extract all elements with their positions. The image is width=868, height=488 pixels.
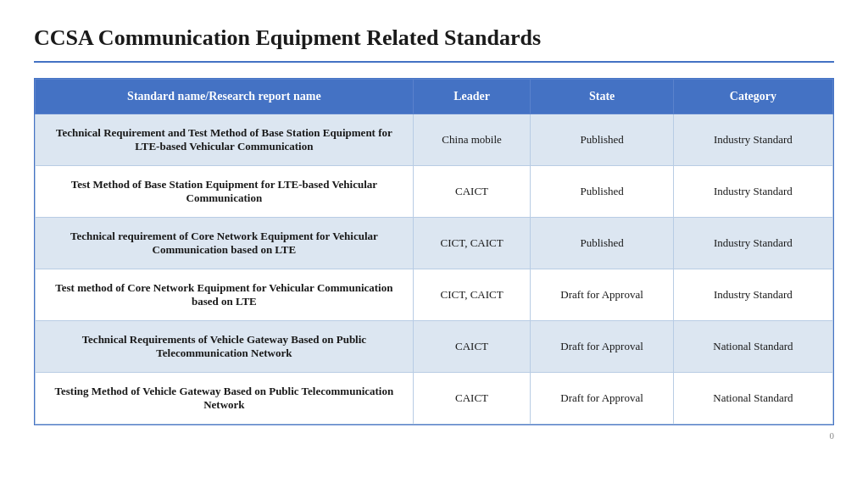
cell-leader: CICT, CAICT [413,269,531,321]
cell-leader: CAICT [413,321,531,373]
page-number: 0 [34,430,834,441]
cell-category: Industry Standard [673,114,832,166]
cell-category: Industry Standard [673,269,832,321]
cell-category: Industry Standard [673,166,832,218]
cell-state: Published [531,166,673,218]
cell-state: Draft for Approval [531,321,673,373]
title-divider [34,61,834,63]
cell-leader: CAICT [413,166,531,218]
table-header-row: Standard name/Research report name Leade… [36,80,833,114]
page-title: CCSA Communication Equipment Related Sta… [34,25,834,51]
cell-name: Technical Requirements of Vehicle Gatewa… [36,321,414,373]
cell-leader: CICT, CAICT [413,218,531,269]
cell-leader: China mobile [413,114,531,166]
cell-name: Test method of Core Network Equipment fo… [36,269,414,321]
table-row: Testing Method of Vehicle Gateway Based … [36,373,833,424]
standards-table: Standard name/Research report name Leade… [34,78,834,425]
cell-name: Technical requirement of Core Network Eq… [36,218,414,269]
table-row: Technical Requirements of Vehicle Gatewa… [36,321,833,373]
cell-name: Technical Requirement and Test Method of… [36,114,414,166]
col-header-category: Category [673,80,832,114]
cell-leader: CAICT [413,373,531,424]
cell-category: Industry Standard [673,218,832,269]
table-row: Test Method of Base Station Equipment fo… [36,166,833,218]
col-header-leader: Leader [413,80,531,114]
cell-state: Published [531,218,673,269]
table-row: Technical Requirement and Test Method of… [36,114,833,166]
cell-name: Test Method of Base Station Equipment fo… [36,166,414,218]
table-row: Test method of Core Network Equipment fo… [36,269,833,321]
col-header-state: State [531,80,673,114]
cell-state: Draft for Approval [531,373,673,424]
cell-category: National Standard [673,321,832,373]
cell-name: Testing Method of Vehicle Gateway Based … [36,373,414,424]
cell-category: National Standard [673,373,832,424]
cell-state: Published [531,114,673,166]
cell-state: Draft for Approval [531,269,673,321]
table-row: Technical requirement of Core Network Eq… [36,218,833,269]
col-header-name: Standard name/Research report name [36,80,414,114]
